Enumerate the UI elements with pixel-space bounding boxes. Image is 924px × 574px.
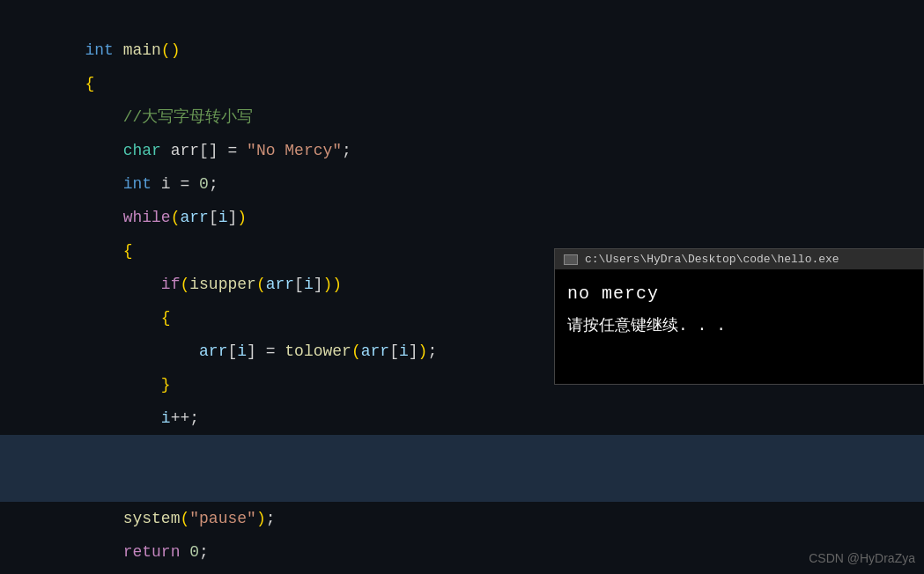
code-line-13: } [0, 401, 924, 435]
code-line-3: //大写字母转小写 [0, 67, 924, 100]
terminal-icon [564, 254, 578, 265]
terminal-titlebar: c:\Users\HyDra\Desktop\code\hello.exe [555, 249, 923, 269]
code-line-5: int i = 0; [0, 134, 924, 167]
terminal-window: c:\Users\HyDra\Desktop\code\hello.exe no… [554, 248, 924, 385]
code-line-4: char arr[] = "No Mercy"; [0, 100, 924, 134]
code-line-2: { [0, 33, 924, 67]
code-line-7: { [0, 201, 924, 234]
watermark-text: CSDN @HyDraZya [809, 551, 915, 565]
code-line-6: while(arr[i]) [0, 167, 924, 201]
code-line-1: int main() [0, 0, 924, 33]
code-line-14: printf("%s\n", arr); [0, 435, 924, 468]
code-line-15: system("pause"); [0, 468, 924, 502]
terminal-body: no mercy 请按任意键继续. . . [555, 269, 923, 384]
editor-area: int main() { //大写字母转小写 char arr[] = "No … [0, 0, 924, 574]
terminal-title: c:\Users\HyDra\Desktop\code\hello.exe [585, 253, 839, 266]
terminal-prompt-line: 请按任意键继续. . . [567, 310, 911, 342]
code-line-16: return 0; [0, 502, 924, 535]
terminal-output-line: no mercy [567, 278, 911, 310]
watermark: CSDN @HyDraZya [809, 551, 915, 565]
indent [85, 543, 122, 561]
keyword-return: return [123, 543, 181, 561]
num-0-ret: 0 [189, 543, 199, 561]
